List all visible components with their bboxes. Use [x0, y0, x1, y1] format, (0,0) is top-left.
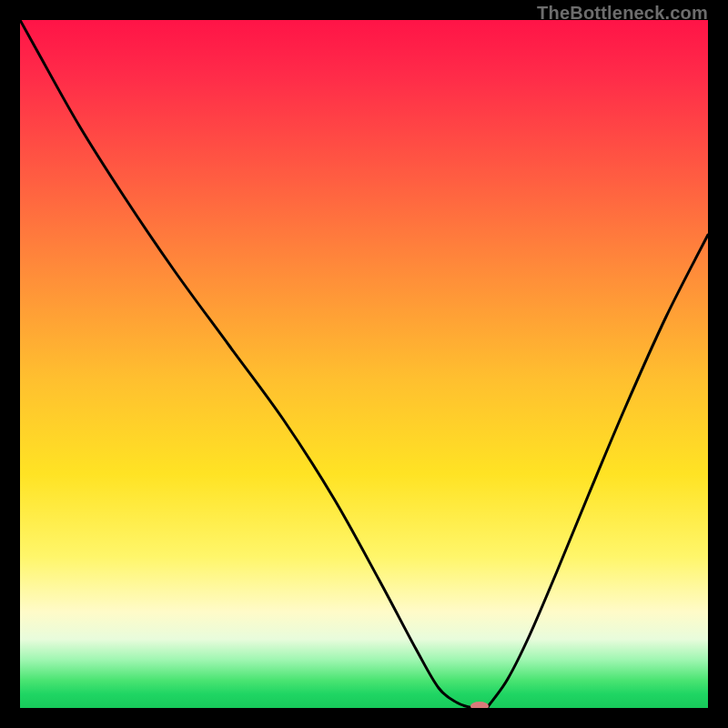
chart-container: TheBottleneck.com: [0, 0, 728, 728]
plot-area: [20, 20, 708, 708]
optimal-marker: [470, 702, 489, 708]
chart-svg: [20, 20, 708, 708]
bottleneck-curve: [20, 20, 708, 708]
